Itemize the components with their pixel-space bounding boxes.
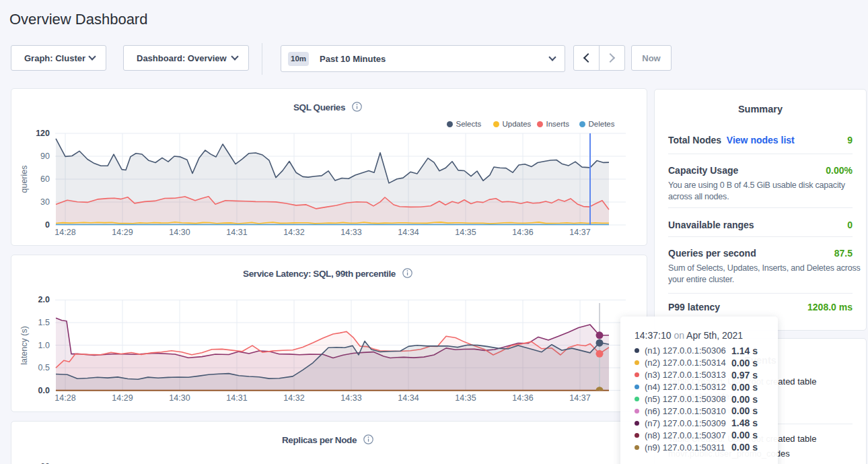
svg-text:latency (s): latency (s) — [20, 326, 29, 365]
svg-text:14:31: 14:31 — [226, 393, 247, 403]
svg-text:14:32: 14:32 — [283, 393, 304, 403]
svg-text:30: 30 — [40, 197, 50, 207]
svg-text:0.0: 0.0 — [38, 386, 50, 395]
svg-text:14:28: 14:28 — [55, 393, 75, 403]
svg-text:queries: queries — [20, 166, 29, 193]
svg-text:14:34: 14:34 — [398, 393, 419, 403]
svg-text:60: 60 — [40, 462, 50, 464]
svg-text:14:33: 14:33 — [340, 228, 361, 237]
svg-text:14:32: 14:32 — [283, 228, 304, 237]
svg-text:14:29: 14:29 — [112, 228, 133, 237]
svg-text:14:34: 14:34 — [398, 228, 419, 237]
svg-text:14:30: 14:30 — [169, 393, 190, 403]
svg-text:14:33: 14:33 — [340, 393, 361, 403]
svg-text:14:37: 14:37 — [569, 393, 590, 403]
svg-text:14:35: 14:35 — [455, 228, 476, 237]
svg-text:2.0: 2.0 — [38, 295, 50, 304]
svg-text:14:35: 14:35 — [455, 393, 476, 403]
svg-text:14:31: 14:31 — [226, 228, 247, 237]
svg-text:14:30: 14:30 — [169, 228, 190, 237]
svg-text:0.5: 0.5 — [38, 363, 50, 372]
svg-text:14:36: 14:36 — [512, 228, 533, 237]
svg-text:60: 60 — [40, 174, 50, 184]
svg-text:0: 0 — [45, 220, 50, 230]
svg-text:14:36: 14:36 — [512, 393, 533, 403]
svg-text:14:29: 14:29 — [112, 393, 133, 403]
svg-text:1.0: 1.0 — [38, 341, 50, 350]
svg-text:120: 120 — [36, 129, 50, 138]
svg-text:90: 90 — [40, 152, 50, 161]
svg-text:14:37: 14:37 — [569, 228, 590, 237]
svg-text:14:28: 14:28 — [55, 228, 75, 237]
svg-text:1.5: 1.5 — [38, 318, 50, 327]
